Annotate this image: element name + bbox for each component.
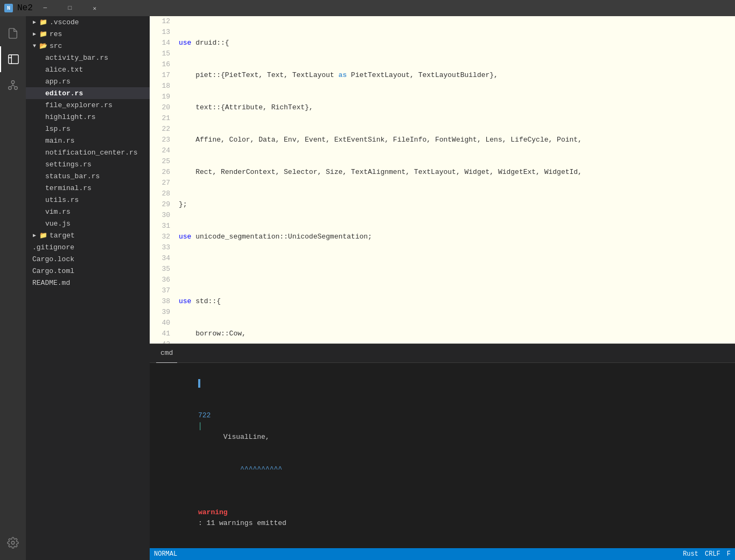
sidebar-label: main.rs xyxy=(45,137,75,145)
folder-icon: 📁 xyxy=(39,30,47,38)
terminal-line-number: 722 xyxy=(198,411,211,419)
sidebar-item-target[interactable]: ▶ 📁 target xyxy=(26,229,150,241)
sidebar-label: target xyxy=(50,232,75,240)
sidebar-label: utils.rs xyxy=(45,196,79,204)
sidebar-item-terminal[interactable]: terminal.rs xyxy=(26,182,150,194)
sidebar-label: alice.txt xyxy=(45,66,83,74)
svg-point-2 xyxy=(9,87,12,90)
terminal-carets: ^^^^^^^^^^ xyxy=(198,465,282,473)
sidebar-item-settings[interactable]: settings.rs xyxy=(26,158,150,170)
activity-new-file[interactable] xyxy=(0,20,26,46)
sidebar-label: terminal.rs xyxy=(45,184,92,192)
sidebar-item-status-bar[interactable]: status_bar.rs xyxy=(26,170,150,182)
sidebar-item-vim[interactable]: vim.rs xyxy=(26,206,150,218)
activity-explorer[interactable] xyxy=(0,46,26,72)
maximize-button[interactable]: □ xyxy=(58,0,82,16)
sidebar-item-gitignore[interactable]: .gitignore xyxy=(26,241,150,253)
sidebar-label: activity_bar.rs xyxy=(45,54,108,62)
folder-icon: 📁 xyxy=(39,232,47,240)
terminal-content[interactable]: 722 │ VisualLine, ^^^^^^^^^^ warning : 1… xyxy=(150,363,735,548)
terminal-warning-line: warning : 11 warnings emitted xyxy=(156,496,729,540)
svg-rect-0 xyxy=(9,55,18,64)
sidebar-item-cargo-toml[interactable]: Cargo.toml xyxy=(26,265,150,277)
window-controls: ─ □ ✕ xyxy=(33,0,107,16)
sidebar-label: .vscode xyxy=(50,18,79,26)
sidebar-item-editor[interactable]: editor.rs xyxy=(26,87,150,99)
terminal-area: cmd 722 │ VisualLine, ^^^^^^^^^^ war xyxy=(150,344,735,548)
code-line-18: use unicode_segmentation::UnicodeSegment… xyxy=(177,232,735,242)
chevron-right-icon: ▶ xyxy=(30,231,39,240)
terminal-line-722: 722 │ VisualLine, xyxy=(156,400,729,453)
main-layout: ▶ 📁 .vscode ▶ 📁 res ▼ 📂 src activity_bar… xyxy=(0,16,735,560)
code-line-16: Rect, RenderContext, Selector, Size, Tex… xyxy=(177,167,735,178)
svg-point-1 xyxy=(11,81,15,84)
sidebar-label: app.rs xyxy=(45,78,71,86)
minimize-button[interactable]: ─ xyxy=(33,0,58,16)
sidebar-item-vscode[interactable]: ▶ 📁 .vscode xyxy=(26,16,150,28)
sidebar-item-highlight[interactable]: highlight.rs xyxy=(26,111,150,123)
sidebar-label: file_explorer.rs xyxy=(45,101,113,109)
code-line-13: piet::{PietText, Text, TextLayout as Pie… xyxy=(177,70,735,81)
editor-area: 1213141516 1718192021 2223242526 2728293… xyxy=(150,16,735,560)
sidebar-item-res[interactable]: ▶ 📁 res xyxy=(26,28,150,40)
status-right: Rust CRLF F xyxy=(683,550,731,558)
terminal-warning-text: : 11 warnings emitted xyxy=(198,519,286,527)
code-line-19 xyxy=(177,264,735,275)
close-button[interactable]: ✕ xyxy=(82,0,107,16)
sidebar-label: res xyxy=(50,30,62,38)
sidebar-label: notification_center.rs xyxy=(45,149,138,157)
sidebar-item-app[interactable]: app.rs xyxy=(26,75,150,87)
sidebar-label: .gitignore xyxy=(32,243,74,251)
terminal-pipe: │ xyxy=(198,422,202,430)
terminal-line xyxy=(156,367,729,400)
sidebar-item-activity-bar[interactable]: activity_bar.rs xyxy=(26,52,150,64)
status-bar: NORMAL Rust CRLF F xyxy=(150,548,735,560)
sidebar-label: settings.rs xyxy=(45,160,92,169)
activity-source-control[interactable] xyxy=(0,72,26,98)
sidebar-label: editor.rs xyxy=(45,89,83,97)
status-mode: NORMAL xyxy=(154,550,177,558)
code-editor[interactable]: 1213141516 1718192021 2223242526 2728293… xyxy=(150,16,735,344)
chevron-right-icon: ▶ xyxy=(30,30,39,38)
sidebar-label: highlight.rs xyxy=(45,113,96,121)
folder-icon: 📁 xyxy=(39,18,47,26)
sidebar-label: Cargo.lock xyxy=(32,255,74,263)
code-line-15: Affine, Color, Data, Env, Event, ExtEven… xyxy=(177,135,735,145)
sidebar-item-vue[interactable]: vue.js xyxy=(26,218,150,229)
terminal-carets-line: ^^^^^^^^^^ xyxy=(156,453,729,486)
sidebar-item-alice[interactable]: alice.txt xyxy=(26,64,150,75)
terminal-code: VisualLine, xyxy=(198,433,270,441)
terminal-warning-keyword: warning xyxy=(198,508,228,516)
titlebar: N Ne2 ─ □ ✕ xyxy=(0,0,735,16)
status-language: Rust xyxy=(683,550,698,558)
code-line-17: }; xyxy=(177,199,735,210)
sidebar-item-src[interactable]: ▼ 📂 src xyxy=(26,40,150,52)
sidebar-label: Cargo.toml xyxy=(32,267,74,275)
chevron-right-icon: ▶ xyxy=(30,18,39,26)
app-icon: N xyxy=(4,4,13,12)
code-line-12: use druid::{ xyxy=(177,38,735,48)
sidebar-label: lsp.rs xyxy=(45,125,71,133)
terminal-blank2 xyxy=(156,540,729,548)
sidebar-item-readme[interactable]: README.md xyxy=(26,277,150,289)
status-left: NORMAL xyxy=(154,550,177,558)
sidebar-item-cargo-lock[interactable]: Cargo.lock xyxy=(26,253,150,265)
sidebar-item-utils[interactable]: utils.rs xyxy=(26,194,150,206)
terminal-tab-cmd[interactable]: cmd xyxy=(156,344,177,363)
terminal-blank xyxy=(156,486,729,496)
code-content[interactable]: use druid::{ piet::{PietText, Text, Text… xyxy=(177,16,735,344)
status-encoding: F xyxy=(727,550,731,558)
status-line-ending: CRLF xyxy=(705,550,720,558)
sidebar-item-file-explorer[interactable]: file_explorer.rs xyxy=(26,99,150,111)
code-line-21: borrow::Cow, xyxy=(177,328,735,339)
line-numbers: 1213141516 1718192021 2223242526 2728293… xyxy=(150,16,177,344)
code-line-20: use std::{ xyxy=(177,296,735,307)
sidebar-label: README.md xyxy=(32,279,70,287)
sidebar-item-main[interactable]: main.rs xyxy=(26,135,150,146)
sidebar-item-notification[interactable]: notification_center.rs xyxy=(26,146,150,158)
activity-settings[interactable] xyxy=(0,530,26,556)
sidebar-item-lsp[interactable]: lsp.rs xyxy=(26,123,150,135)
activity-bar xyxy=(0,16,26,560)
sidebar: ▶ 📁 .vscode ▶ 📁 res ▼ 📂 src activity_bar… xyxy=(26,16,150,560)
code-line-14: text::{Attribute, RichText}, xyxy=(177,102,735,113)
